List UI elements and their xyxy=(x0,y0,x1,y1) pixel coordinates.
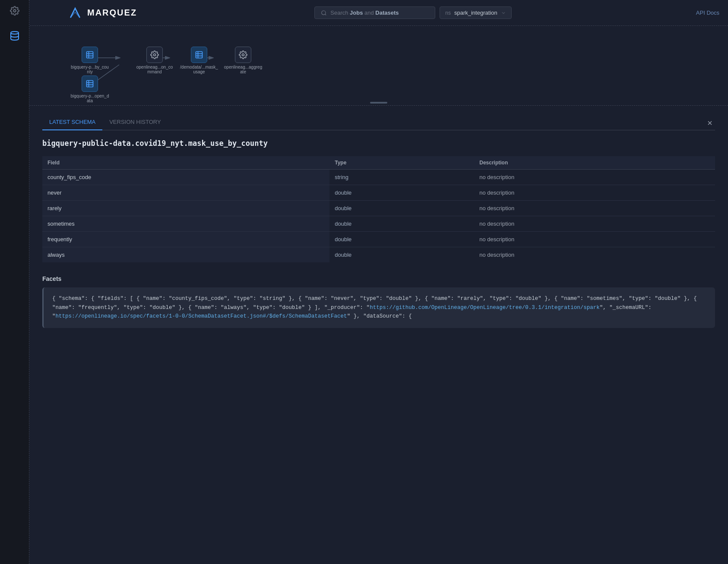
job-icon-2 xyxy=(235,47,251,63)
col-header-type: Type xyxy=(329,156,474,170)
api-docs-link[interactable]: API Docs xyxy=(696,9,719,16)
datasets-label: Datasets xyxy=(375,9,399,16)
col-header-description: Description xyxy=(474,156,715,170)
main-layout: bigquery-p...by_county openlineag...on_c… xyxy=(0,26,728,564)
search-hint: Search Jobs and Datasets xyxy=(330,9,399,16)
header: MARQUEZ Search Jobs and Datasets ns spar… xyxy=(0,0,728,26)
cell-description: no description xyxy=(474,185,715,201)
cell-type: double xyxy=(329,216,474,232)
graph-section: bigquery-p...by_county openlineag...on_c… xyxy=(29,26,728,106)
node-label-5: bigquery-p...open_data xyxy=(70,94,109,103)
cell-type: double xyxy=(329,232,474,247)
node-job-2[interactable]: openlineag...aggregate xyxy=(224,47,263,74)
logo-text: MARQUEZ xyxy=(87,8,137,18)
content-wrapper: bigquery-p...by_county openlineag...on_c… xyxy=(29,26,728,564)
dataset-icon-3 xyxy=(82,76,98,92)
node-label-2: openlineag...on_command xyxy=(135,65,174,74)
tab-latest-schema[interactable]: LATEST SCHEMA xyxy=(42,114,102,130)
panel-section: LATEST SCHEMA VERSION HISTORY bigquery-p… xyxy=(29,106,728,564)
cell-field: frequently xyxy=(42,232,329,247)
node-dataset-2[interactable]: /demodata/...mask_usage xyxy=(180,47,218,74)
cell-type: double xyxy=(329,185,474,201)
header-center: Search Jobs and Datasets ns spark_integr… xyxy=(137,6,689,19)
graph-edges xyxy=(29,26,728,105)
table-row: never double no description xyxy=(42,185,715,201)
svg-point-11 xyxy=(154,54,156,56)
sidebar xyxy=(0,0,29,564)
node-dataset-3[interactable]: bigquery-p...open_data xyxy=(70,76,109,103)
svg-rect-7 xyxy=(87,52,93,58)
logo-svg xyxy=(67,5,83,21)
svg-point-1 xyxy=(11,32,19,34)
table-row: always double no description xyxy=(42,247,715,263)
cell-description: no description xyxy=(474,232,715,247)
dataset-icon-1 xyxy=(82,47,98,63)
database-icon[interactable] xyxy=(9,31,20,43)
tabs-bar: LATEST SCHEMA VERSION HISTORY xyxy=(42,114,715,130)
cell-description: no description xyxy=(474,201,715,216)
node-job-1[interactable]: openlineag...on_command xyxy=(135,47,174,74)
svg-rect-17 xyxy=(87,81,93,87)
col-header-field: Field xyxy=(42,156,329,170)
cell-description: no description xyxy=(474,216,715,232)
svg-point-2 xyxy=(322,10,326,14)
dataset-title: bigquery-public-data.covid19_nyt.mask_us… xyxy=(42,139,715,148)
settings-icon[interactable] xyxy=(10,6,19,18)
table-row: sometimes double no description xyxy=(42,216,715,232)
dataset-icon-2 xyxy=(191,47,207,63)
node-dataset-1[interactable]: bigquery-p...by_county xyxy=(70,47,109,74)
cell-type: string xyxy=(329,170,474,185)
close-button[interactable] xyxy=(705,118,715,128)
cell-description: no description xyxy=(474,247,715,263)
table-row: frequently double no description xyxy=(42,232,715,247)
cell-field: sometimes xyxy=(42,216,329,232)
search-icon xyxy=(321,10,327,16)
table-row: county_fips_code string no description xyxy=(42,170,715,185)
ns-label: ns xyxy=(445,10,451,16)
svg-rect-12 xyxy=(196,52,203,58)
node-label-1: bigquery-p...by_county xyxy=(70,65,109,74)
node-label-4: openlineag...aggregate xyxy=(224,65,263,74)
namespace-selector[interactable]: ns spark_integration xyxy=(440,6,511,19)
cell-type: double xyxy=(329,201,474,216)
scroll-indicator xyxy=(370,102,387,104)
jobs-label: Jobs xyxy=(350,9,363,16)
logo-area: MARQUEZ xyxy=(67,5,137,21)
node-label-3: /demodata/...mask_usage xyxy=(180,65,218,74)
cell-field: never xyxy=(42,185,329,201)
job-icon-1 xyxy=(146,47,163,63)
tab-version-history[interactable]: VERSION HISTORY xyxy=(102,114,168,130)
table-row: rarely double no description xyxy=(42,201,715,216)
code-block: { "schema": { "fields": [ { "name": "cou… xyxy=(42,287,715,328)
cell-field: always xyxy=(42,247,329,263)
search-bar[interactable]: Search Jobs and Datasets xyxy=(314,6,435,19)
cell-field: rarely xyxy=(42,201,329,216)
cell-type: double xyxy=(329,247,474,263)
chevron-down-icon xyxy=(501,10,506,16)
cell-field: county_fips_code xyxy=(42,170,329,185)
cell-description: no description xyxy=(474,170,715,185)
svg-point-16 xyxy=(242,54,244,56)
svg-point-0 xyxy=(13,9,16,12)
facets-label: Facets xyxy=(42,275,715,282)
ns-value: spark_integration xyxy=(454,9,497,16)
schema-table: Field Type Description county_fips_code … xyxy=(42,156,715,262)
